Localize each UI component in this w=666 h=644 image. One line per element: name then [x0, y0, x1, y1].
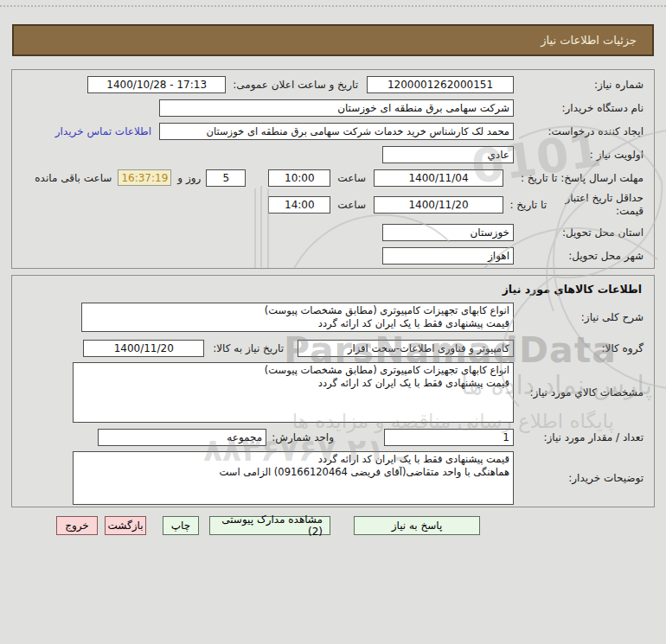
priority-label: اولویت نیاز : [514, 149, 644, 161]
buyer-notes-label: توضیحات خریدار: [514, 472, 644, 484]
page-title-bar: جزئیات اطلاعات نیاز [12, 24, 654, 56]
price-validity-row: حداقل تاریخ اعتبار قیمت: تا تاریخ : 1400… [19, 192, 644, 218]
priority-row: اولویت نیاز : عادي [19, 145, 644, 163]
reply-deadline-label: مهلت ارسال پاسخ: تا تاریخ : [503, 172, 644, 184]
specs-textarea[interactable]: انواع کابهای تجهیزات کامپیوتری (مطابق مش… [73, 362, 514, 423]
need-number-label: شماره نیاز: [514, 79, 644, 91]
province-label: استان محل تحویل: [514, 226, 644, 239]
buyer-org-row: نام دستگاه خریدار: شرکت سهامی برق منطقه … [19, 99, 644, 117]
need-date-input[interactable]: 1400/11/20 [83, 340, 204, 357]
view-attached-docs-button[interactable]: مشاهده مدارک پیوستی (2) [209, 516, 330, 535]
reply-deadline-hour-label: ساعت [337, 172, 366, 184]
general-desc-label: شرح کلی نیاز: [514, 311, 644, 323]
remaining-days-input[interactable]: 5 [206, 169, 246, 187]
buyer-notes-row: توضیحات خریدار: قیمت پیشنهادی فقط با یک … [19, 451, 644, 505]
exit-button[interactable]: خروج [56, 516, 98, 535]
request-creator-label: ایجاد کننده درخواست: [514, 125, 644, 137]
remaining-hours-label: ساعت باقی مانده [35, 172, 112, 184]
goods-group-input[interactable]: کامپیوتر و فناوری اطلاعات-سخت افزار [298, 340, 514, 357]
remaining-countdown: 16:37:19 [118, 169, 171, 186]
request-info-section: شماره نیاز: 1200001262000151 تاریخ و ساع… [11, 69, 655, 269]
back-button[interactable]: بازگشت [105, 516, 146, 535]
price-validity-label: حداقل تاریخ اعتبار قیمت: [547, 192, 644, 218]
need-details-page: { "page": { "title": "جزئیات اطلاعات نیا… [0, 0, 666, 644]
city-row: شهر محل تحویل: اهواز [19, 246, 644, 265]
quantity-input[interactable]: 1 [384, 429, 514, 446]
request-creator-input[interactable]: محمد لک کارشناس خرید خدمات شرکت سهامی بر… [159, 123, 514, 140]
top-dotted-divider [0, 5, 666, 7]
action-buttons-bar: پاسخ به نیاز مشاهده مدارک پیوستی (2) چاپ… [56, 516, 480, 535]
priority-input[interactable]: عادي [382, 146, 514, 163]
general-desc-textarea[interactable]: انواع کابهای تجهیزات کامپیوتری (مطابق مش… [81, 303, 514, 332]
buyer-notes-textarea[interactable]: قیمت پیشنهادی فقط با یک ایران کد ارائه گ… [73, 451, 514, 505]
goods-group-row: گروه کالا: کامپیوتر و فناوری اطلاعات-سخت… [19, 339, 644, 357]
announce-datetime-input[interactable]: 1400/10/28 - 17:13 [87, 76, 226, 93]
specs-row: مشخصات کالاي مورد نیاز: انواع کابهای تجه… [19, 362, 644, 423]
city-input[interactable]: اهواز [382, 247, 514, 265]
buyer-org-input[interactable]: شرکت سهامی برق منطقه ای خوزستان [159, 99, 514, 117]
reply-deadline-row: مهلت ارسال پاسخ: تا تاریخ : 1400/11/04 س… [19, 169, 644, 187]
page-title: جزئیات اطلاعات نیاز [541, 34, 637, 47]
need-number-row: شماره نیاز: 1200001262000151 تاریخ و ساع… [19, 75, 644, 93]
province-row: استان محل تحویل: خوزستان [19, 223, 644, 241]
city-label: شهر محل تحویل: [514, 250, 644, 262]
price-validity-until-label: تا تاریخ : [503, 199, 547, 211]
unit-label: واحد شمارش: [272, 431, 334, 443]
price-validity-hour-label: ساعت [337, 199, 366, 211]
quantity-row: تعداد / مقدار مورد نیاز: 1 واحد شمارش: م… [19, 428, 644, 446]
buyer-org-label: نام دستگاه خریدار: [514, 102, 644, 114]
goods-section-title: اطلاعات کالاهاي مورد نیاز [19, 283, 642, 296]
unit-input[interactable]: مجموعه [98, 429, 266, 446]
buyer-contact-link[interactable]: اطلاعات تماس خریدار [55, 125, 151, 137]
general-desc-row: شرح کلی نیاز: انواع کابهای تجهیزات کامپی… [19, 303, 644, 332]
quantity-label: تعداد / مقدار مورد نیاز: [514, 431, 644, 443]
price-validity-date-input[interactable]: 1400/11/20 [374, 196, 503, 214]
specs-label: مشخصات کالاي مورد نیاز: [514, 386, 644, 399]
print-button[interactable]: چاپ [163, 516, 199, 535]
request-creator-row: ایجاد کننده درخواست: محمد لک کارشناس خری… [19, 122, 644, 140]
announce-datetime-label: تاریخ و ساعت اعلان عمومی: [233, 79, 358, 91]
goods-group-label: گروه کالا: [514, 342, 644, 354]
respond-to-need-button[interactable]: پاسخ به نیاز [354, 516, 480, 535]
need-number-input[interactable]: 1200001262000151 [367, 76, 514, 93]
days-and-label: روز و [177, 172, 201, 184]
reply-deadline-time-input[interactable]: 10:00 [268, 169, 330, 187]
price-validity-time-input[interactable]: 14:00 [268, 196, 330, 214]
goods-info-section: اطلاعات کالاهاي مورد نیاز شرح کلی نیاز: … [11, 275, 655, 507]
province-input[interactable]: خوزستان [382, 224, 514, 241]
need-date-label: تاریخ نیاز به کالا: [213, 342, 284, 354]
reply-deadline-date-input[interactable]: 1400/11/04 [374, 169, 503, 187]
